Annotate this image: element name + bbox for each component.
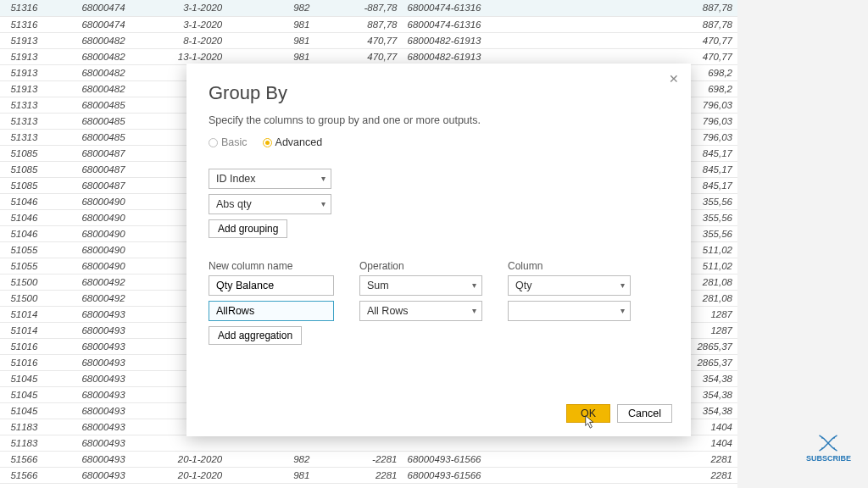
dna-icon bbox=[816, 434, 840, 452]
label-operation: Operation bbox=[359, 260, 482, 272]
radio-advanced[interactable]: Advanced bbox=[263, 136, 323, 148]
grouping-select-2[interactable]: Abs qty bbox=[209, 194, 331, 214]
svg-point-1 bbox=[833, 437, 835, 439]
svg-point-0 bbox=[821, 437, 823, 439]
table-row[interactable]: 515666800049320-1-2020982-228168000493-6… bbox=[0, 451, 737, 467]
table-row[interactable]: 51316680004743-1-2020982-887,7868000474-… bbox=[0, 0, 737, 16]
table-row[interactable]: 51183680004931404 bbox=[0, 435, 737, 451]
group-by-dialog: ✕ Group By Specify the columns to group … bbox=[186, 64, 691, 436]
cancel-button[interactable]: Cancel bbox=[617, 404, 672, 423]
dialog-subtitle: Specify the columns to group by and one … bbox=[209, 114, 669, 126]
table-row[interactable]: 51316680004743-1-2020981887,7868000474-6… bbox=[0, 16, 737, 32]
label-column: Column bbox=[508, 260, 542, 272]
table-row[interactable]: 519136800048213-1-2020981470,7768000482-… bbox=[0, 48, 737, 64]
add-aggregation-button[interactable]: Add aggregation bbox=[209, 326, 302, 345]
svg-point-4 bbox=[833, 447, 835, 449]
add-grouping-button[interactable]: Add grouping bbox=[209, 219, 287, 238]
operation-select-2[interactable]: All Rows bbox=[359, 301, 482, 321]
table-row[interactable]: 51913680004828-1-2020981470,7768000482-6… bbox=[0, 32, 737, 48]
newcol-input-2[interactable] bbox=[209, 301, 334, 321]
column-select-2[interactable] bbox=[508, 301, 631, 321]
subscribe-badge[interactable]: SUBSCRIBE bbox=[806, 434, 851, 463]
table-row[interactable]: 515666800049320-1-2020981228168000493-61… bbox=[0, 467, 737, 483]
newcol-input-1[interactable] bbox=[209, 275, 334, 296]
radio-basic[interactable]: Basic bbox=[209, 136, 248, 148]
svg-point-2 bbox=[827, 442, 829, 444]
dialog-title: Group By bbox=[209, 82, 669, 104]
grouping-select-1[interactable]: ID Index bbox=[209, 169, 331, 189]
column-select-1[interactable]: Qty bbox=[508, 275, 631, 296]
table-row[interactable]: 510466800049429-1-2020982-191,8868000494… bbox=[0, 483, 737, 488]
label-new-column: New column name bbox=[209, 260, 334, 272]
operation-select-1[interactable]: Sum bbox=[359, 275, 482, 296]
ok-button[interactable]: OK bbox=[566, 404, 610, 423]
close-icon[interactable]: ✕ bbox=[669, 72, 679, 86]
svg-point-3 bbox=[821, 447, 823, 449]
